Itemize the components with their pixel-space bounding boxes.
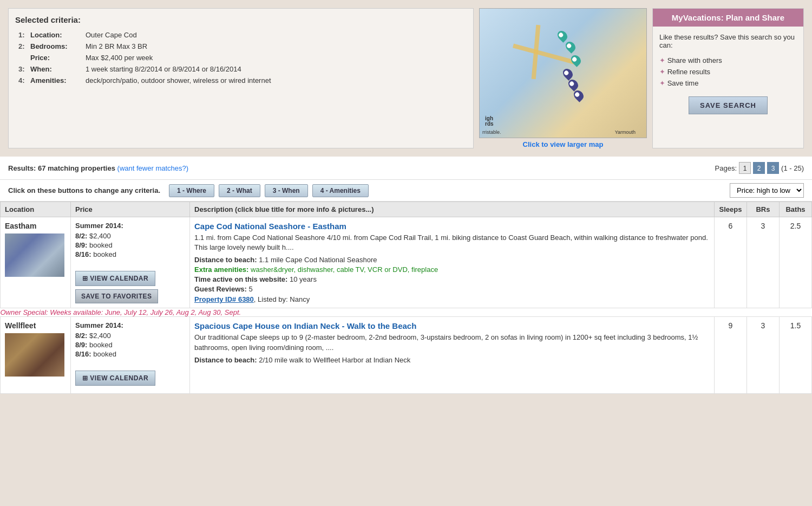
criteria-buttons-row: Click on these buttons to change any cri… [0, 180, 812, 202]
col-location: Location [1, 202, 71, 217]
save-favorites-button[interactable]: SAVE TO FAVORITES [75, 289, 158, 303]
price-date-row: 8/2: $2,400 [75, 232, 185, 240]
property-title-link[interactable]: Cape Cod National Seashore - Eastham [194, 222, 710, 231]
myvacations-tagline: Like these results? Save this search so … [659, 33, 797, 49]
owner-special-text: Owner Special: Weeks available: June, Ju… [1, 308, 241, 316]
sleeps-cell: 9 [715, 317, 747, 394]
price-cell: Summer 2014:8/2: $2,4008/9: booked8/16: … [71, 317, 190, 394]
where-button[interactable]: 1 - Where [169, 184, 214, 197]
change-criteria-text: Click on these buttons to change any cri… [8, 186, 160, 194]
criteria-table: 1: Location: Outer Cape Cod2: Bedrooms: … [15, 29, 467, 87]
brs-cell: 3 [747, 317, 780, 394]
view-calendar-button[interactable]: ⊞ VIEW CALENDAR [75, 271, 155, 286]
page-1-button[interactable]: 1 [739, 162, 751, 174]
listings-table: Location Price Description (click blue t… [0, 202, 812, 394]
description-cell: Cape Cod National Seashore - Eastham 1.1… [190, 217, 715, 308]
col-sleeps: Sleeps [715, 202, 747, 217]
property-id: Property ID# 6380, Listed by: Nancy [194, 295, 710, 303]
extra-amenities: Extra amenities: washer&dryer, dishwashe… [194, 265, 710, 274]
myvacations-feature-item: Share with others [659, 55, 797, 66]
map-area[interactable]: igh rds rristable. Yarmouth Map Data Ter… [479, 8, 647, 138]
myvacations-body: Like these results? Save this search so … [653, 27, 803, 121]
baths-cell: 1.5 [780, 317, 812, 394]
save-search-button[interactable]: SAVE SEARCH [689, 96, 768, 114]
price-title: Summer 2014: [75, 321, 185, 329]
criteria-panel: Selected criteria: 1: Location: Outer Ca… [8, 8, 474, 148]
sort-select[interactable]: Price: high to lowPrice: low to highNewe… [730, 183, 804, 198]
pages-section: Pages: 1 2 3 (1 - 25) [715, 162, 804, 174]
property-id-link[interactable]: Property ID# 6380 [194, 295, 254, 303]
col-price: Price [71, 202, 190, 217]
location-cell: Wellfleet [1, 317, 71, 394]
criteria-row: 2: Bedrooms: Min 2 BR Max 3 BR [16, 41, 466, 51]
col-brs: BRs [747, 202, 780, 217]
myvacations-features: Share with othersRefine resultsSave time [659, 55, 797, 89]
criteria-row: 4: Amenities: deck/porch/patio, outdoor … [16, 75, 466, 86]
col-baths: Baths [780, 202, 812, 217]
price-date-row: 8/9: booked [75, 341, 185, 349]
myvacations-header: MyVacations: Plan and Share [653, 9, 803, 27]
brs-cell: 3 [747, 217, 780, 308]
page-3-button[interactable]: 3 [767, 162, 779, 174]
guest-reviews: Guest Reviews: 5 [194, 285, 710, 293]
beach-distance: Distance to beach: 2/10 mile walk to Wel… [194, 356, 710, 364]
map-overlay: igh rds rristable. Yarmouth [480, 9, 646, 138]
criteria-row: Price: Max $2,400 per week [16, 53, 466, 63]
page-2-button[interactable]: 2 [753, 162, 765, 174]
location-cell: Eastham [1, 217, 71, 308]
property-description: 1.1 mi. from Cape Cod National Seashore … [194, 233, 710, 252]
property-description: Our traditional Cape sleeps up to 9 (2-m… [194, 333, 710, 352]
results-header: Results: 67 matching properties (want fe… [0, 157, 812, 180]
criteria-row: 3: When: 1 week starting 8/2/2014 or 8/9… [16, 64, 466, 74]
listing-row: Eastham Summer 2014:8/2: $2,4008/9: book… [1, 217, 812, 308]
sleeps-cell: 6 [715, 217, 747, 308]
results-count: Results: 67 matching properties (want fe… [8, 164, 188, 172]
description-cell: Spacious Cape House on Indian Neck - Wal… [190, 317, 715, 394]
location-name: Wellfleet [5, 321, 66, 330]
owner-special-row: Owner Special: Weeks available: June, Ju… [1, 308, 812, 317]
property-thumbnail [5, 333, 64, 377]
myvacations-feature-item: Save time [659, 77, 797, 89]
property-thumbnail [5, 233, 64, 277]
price-date-row: 8/9: booked [75, 241, 185, 249]
price-date-row: 8/16: booked [75, 250, 185, 258]
column-headers: Location Price Description (click blue t… [1, 202, 812, 217]
location-name: Eastham [5, 222, 66, 230]
owner-special-cell: Owner Special: Weeks available: June, Ju… [1, 308, 812, 317]
map-container: igh rds rristable. Yarmouth Map Data Ter… [479, 8, 647, 148]
beach-distance: Distance to beach: 1.1 mile Cape Cod Nat… [194, 256, 710, 264]
what-button[interactable]: 2 - What [219, 184, 260, 197]
map-footer: Map Data Terms of Use [480, 138, 646, 138]
view-calendar-button[interactable]: ⊞ VIEW CALENDAR [75, 371, 155, 386]
price-title: Summer 2014: [75, 222, 185, 230]
price-date-row: 8/2: $2,400 [75, 332, 185, 340]
page-range: (1 - 25) [781, 164, 804, 172]
listing-row: Wellfleet Summer 2014:8/2: $2,4008/9: bo… [1, 317, 812, 394]
myvacations-panel: MyVacations: Plan and Share Like these r… [652, 8, 804, 148]
col-description: Description (click blue title for more i… [190, 202, 715, 217]
amenities-button[interactable]: 4 - Amenities [312, 184, 369, 197]
myvacations-feature-item: Refine results [659, 66, 797, 77]
results-title: Results: 67 matching properties (want fe… [8, 164, 188, 172]
results-section: Results: 67 matching properties (want fe… [0, 157, 812, 394]
criteria-row: 1: Location: Outer Cape Cod [16, 30, 466, 40]
price-date-row: 8/16: booked [75, 350, 185, 358]
pages-label: Pages: [715, 164, 737, 172]
criteria-title: Selected criteria: [15, 15, 467, 24]
view-larger-map-link[interactable]: Click to view larger map [479, 140, 647, 148]
property-title-link[interactable]: Spacious Cape House on Indian Neck - Wal… [194, 321, 710, 330]
price-cell: Summer 2014:8/2: $2,4008/9: booked8/16: … [71, 217, 190, 308]
baths-cell: 2.5 [780, 217, 812, 308]
time-active: Time active on this website: 10 years [194, 275, 710, 283]
when-button[interactable]: 3 - When [265, 184, 308, 197]
